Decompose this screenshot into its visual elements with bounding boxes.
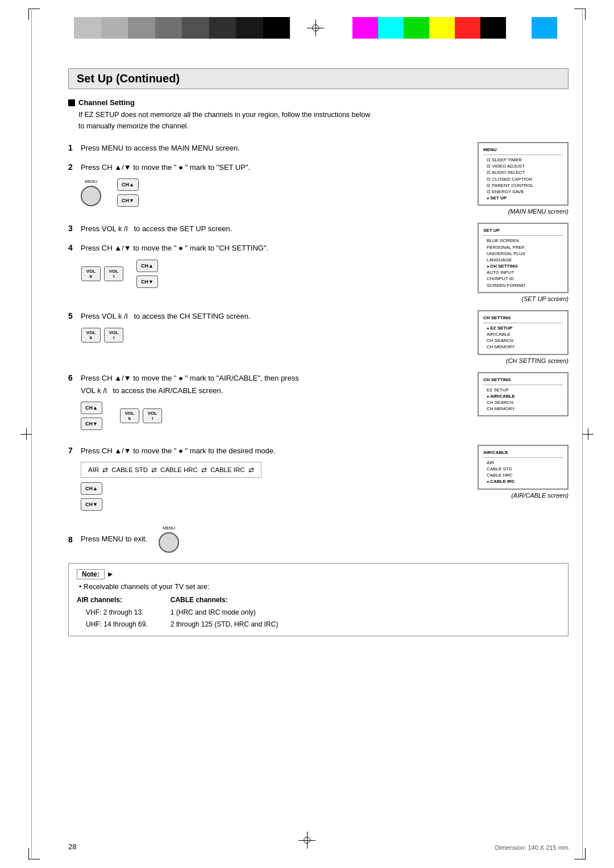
- crosshair-bottom: [298, 832, 316, 849]
- main-menu-title: MENU: [483, 147, 563, 155]
- ch-down-button-34[interactable]: CH▼: [136, 276, 158, 288]
- flow-item-air: AIR: [88, 466, 99, 473]
- step-5-text: Press VOL k /l to access the CH SETTING …: [81, 312, 251, 320]
- flow-arrow-2: ⇄: [151, 466, 157, 474]
- air-channels-label: AIR channels:: [77, 594, 148, 606]
- setup-item-chsetting: CH SETTING: [483, 263, 563, 269]
- flow-arrow-4: ⇄: [248, 466, 254, 474]
- step-8-number: 8: [68, 534, 81, 544]
- ch-down-button[interactable]: CH▼: [117, 194, 139, 207]
- crosshair-top: [307, 19, 324, 36]
- setup-item-personal: PERSONAL PREF.: [483, 244, 563, 251]
- ch-up-button[interactable]: CH▲: [117, 178, 139, 191]
- chsetting-screen-wrapper: CH SETTING EZ SETUP AIR/CABLE CH SEARCH …: [455, 310, 569, 364]
- chsetting-item-ez: EZ SETUP: [483, 325, 563, 331]
- step-3-number: 3: [68, 223, 81, 240]
- chsetting2-item-ez: EZ SETUP: [483, 387, 563, 393]
- section-description: If EZ SETUP does not memorize all the ch…: [68, 109, 569, 132]
- chsetting-item-aircable: AIR/CABLE: [483, 331, 563, 337]
- menu-item-setup: SET UP: [483, 195, 563, 201]
- step-2-number: 2: [68, 161, 81, 209]
- aircable-item-cableirc: CABLE IRC: [483, 478, 563, 485]
- ch-buttons-step2: CH▲ CH▼: [117, 178, 139, 207]
- menu-button-area-step8: MENU: [159, 525, 179, 553]
- chsetting2-item-chsearch: CH SEARCH: [483, 399, 563, 406]
- menu-item-parent: ⊡ PARENT CONTROL: [483, 182, 563, 189]
- step-3-text: Press VOL k /l to access the SET UP scre…: [81, 223, 232, 235]
- flow-item-cablehrc: CABLE HRC: [160, 466, 198, 473]
- crop-mark-tr: [574, 9, 586, 20]
- ch-buttons-step7: CH▲ CH▼: [81, 482, 102, 511]
- note-columns: AIR channels: VHF: 2 through 13. UHF: 14…: [77, 594, 560, 630]
- aircable-screen: AIR/CABLE AIR CABLE STD CABLE HRC CABLE …: [478, 445, 569, 490]
- menu-item-audio: ⊡ AUDIO SELECT: [483, 169, 563, 176]
- ch-up-button-6[interactable]: CH▲: [81, 402, 102, 414]
- step-4-number: 4: [68, 242, 81, 290]
- chsetting-caption: (CH SETTING screen): [506, 357, 569, 364]
- step-8-text: Press MENU to exit.: [81, 533, 147, 545]
- chsetting2-screen-wrapper: CH SETTING EZ SETUP AIR/CABLE CH SEARCH …: [455, 372, 569, 417]
- step-1-number: 1: [68, 142, 81, 159]
- menu-button[interactable]: [81, 186, 101, 206]
- aircable-item-cablehrc: CABLE HRC: [483, 472, 563, 478]
- setup-item-screenformat: SCREEN FORMAT: [483, 282, 563, 289]
- aircable-title: AIR/CABLE: [483, 449, 563, 458]
- setup-screen: SET UP BLUE SCREEN PERSONAL PREF. UNIVER…: [478, 223, 569, 293]
- chsetting-item-chmemory: CH MEMORY: [483, 344, 563, 350]
- crop-mark-bl: [28, 848, 40, 859]
- crosshair-right: [582, 428, 594, 440]
- step-34-visual: VOLk VOLl CH▲ CH▼: [81, 260, 268, 288]
- step-6-number: 6: [68, 372, 81, 432]
- flow-arrow-3: ⇄: [201, 466, 207, 474]
- chsetting-item-chsearch: CH SEARCH: [483, 337, 563, 344]
- main-content: Set Up (Continued) Channel Setting If EZ…: [68, 68, 569, 823]
- menu-item-video: ⊡ VIDEO ADJUST: [483, 163, 563, 169]
- chsetting2-screen: CH SETTING EZ SETUP AIR/CABLE CH SEARCH …: [478, 372, 569, 417]
- step-2-visual: MENU CH▲ CH▼: [81, 178, 250, 207]
- ch-down-button-6[interactable]: CH▼: [81, 418, 102, 430]
- menu-label: MENU: [85, 179, 97, 184]
- color-bars-right: [352, 17, 557, 39]
- crop-mark-br: [574, 848, 586, 859]
- section-header: Channel Setting: [68, 98, 569, 107]
- menu-button-step8[interactable]: [159, 532, 179, 553]
- crosshair-left: [20, 428, 32, 440]
- setup-screen-wrapper: SET UP BLUE SCREEN PERSONAL PREF. UNIVER…: [455, 223, 569, 302]
- flow-item-cableirc: CABLE IRC: [210, 466, 245, 473]
- note-air-col: AIR channels: VHF: 2 through 13. UHF: 14…: [77, 594, 148, 630]
- aircable-item-cablestd: CABLE STD: [483, 466, 563, 472]
- vol-buttons-step34: VOLk VOLl: [81, 266, 124, 282]
- step-7-number: 7: [68, 445, 81, 513]
- vol-plus-button-5[interactable]: VOLl: [104, 328, 123, 343]
- menu-item-closed: ⊡ CLOSED CAPTION: [483, 176, 563, 182]
- vol-plus-button[interactable]: VOLl: [104, 266, 123, 281]
- section-title: Channel Setting: [78, 98, 135, 107]
- step-7: 7 Press CH ▲/▼ to move the " ● " mark to…: [68, 445, 443, 513]
- step-5-visual: VOLk VOLl: [81, 327, 251, 343]
- vol-minus-button-5[interactable]: VOLk: [81, 328, 101, 343]
- vol-minus-button-6[interactable]: VOLk: [120, 408, 139, 423]
- vol-buttons-step6: VOLk VOLl: [119, 408, 163, 424]
- vol-minus-button[interactable]: VOLk: [81, 266, 101, 281]
- ch-up-button-34[interactable]: CH▲: [136, 260, 158, 272]
- step-1: 1 Press MENU to access the MAIN MENU scr…: [68, 142, 443, 159]
- note-bullet-text: • Receivable channels of your TV set are…: [77, 583, 560, 591]
- aircable-item-air: AIR: [483, 460, 563, 466]
- step-5: 5 Press VOL k /l to access the CH SETTIN…: [68, 310, 443, 345]
- ch-buttons-step6: CH▲ CH▼: [81, 402, 102, 430]
- step-3: 3 Press VOL k /l to access the SET UP sc…: [68, 223, 443, 240]
- note-section: Note: ► • Receivable channels of your TV…: [68, 563, 569, 636]
- step-6-visual: CH▲ CH▼ VOLk VOLl: [81, 402, 299, 430]
- page-number: 28: [68, 842, 76, 851]
- flow-arrow-1: ⇄: [102, 466, 108, 474]
- air-channel-line1: VHF: 2 through 13.: [77, 607, 148, 618]
- ch-up-button-7[interactable]: CH▲: [81, 482, 102, 495]
- aircable-caption: (AIR/CABLE screen): [511, 492, 569, 499]
- section-icon: [68, 99, 75, 106]
- vol-plus-button-6[interactable]: VOLl: [143, 408, 162, 423]
- step-6-text: Press CH ▲/▼ to move the " ● " mark to "…: [81, 372, 299, 397]
- menu-item-energy: ⊡ ENERGY SAVE: [483, 189, 563, 195]
- step-8: 8 Press MENU to exit. MENU: [68, 525, 569, 553]
- ch-down-button-7[interactable]: CH▼: [81, 498, 102, 511]
- setup-item-blue: BLUE SCREEN: [483, 237, 563, 244]
